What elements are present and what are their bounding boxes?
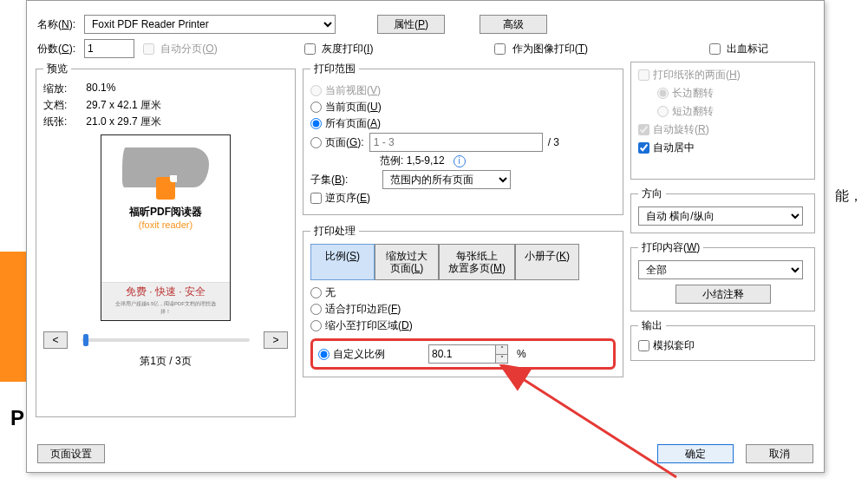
tab-large-pages[interactable]: 缩放过大 页面(L) (375, 244, 439, 280)
ok-button[interactable]: 确定 (657, 444, 734, 463)
info-icon[interactable]: i (454, 155, 466, 167)
all-pages-radio[interactable]: 所有页面(A) (310, 116, 381, 131)
thumb-subtitle: (foxit reader) (114, 220, 217, 230)
background-stripe (0, 252, 26, 382)
collate-check: 自动分页(O) (143, 42, 218, 56)
print-as-image-check[interactable]: 作为图像打印(T) (494, 42, 588, 56)
pages-input[interactable] (369, 133, 543, 152)
simulate-overprint-check[interactable]: 模拟套印 (638, 339, 695, 351)
auto-center-check[interactable]: 自动居中 (638, 141, 807, 155)
print-content-legend: 打印内容(W) (638, 240, 703, 255)
preview-thumbnail: 福昕PDF阅读器 (foxit reader) 免费 · 快速 · 安全 全球用… (101, 134, 231, 321)
thumb-title: 福昕PDF阅读器 (114, 205, 217, 220)
copies-input[interactable] (84, 39, 134, 58)
background-text: 能， (835, 187, 863, 206)
pages-total: / 3 (548, 136, 559, 148)
properties-button[interactable]: 属性(P) (377, 15, 445, 34)
zoom-value: 80.1% (86, 82, 115, 96)
scale-fit-radio[interactable]: 适合打印边距(F) (310, 302, 401, 317)
orientation-select[interactable]: 自动 横向/纵向 (638, 206, 803, 226)
print-handling-group: 打印处理 比例(S) 缩放过大 页面(L) 每张纸上 放置多页(M) 小册子(K… (303, 224, 623, 377)
short-edge-radio: 短边翻转 (657, 104, 807, 119)
thumb-footer-2: 全球用户超越6.5亿，阅读PDF文档的理想选择！ (111, 301, 220, 316)
print-dialog: 名称(N): Foxit PDF Reader Printer 属性(P) 高级… (26, 0, 825, 473)
copies-label: 份数(C): (37, 42, 75, 56)
cancel-button[interactable]: 取消 (746, 444, 813, 463)
spin-down[interactable]: ˅ (495, 355, 507, 364)
thumb-footer-1: 免费 · 快速 · 安全 (126, 285, 206, 298)
print-range-legend: 打印范围 (310, 62, 359, 76)
auto-rotate-check: 自动旋转(R) (638, 122, 807, 137)
print-content-group: 打印内容(W) 全部 小结注释 (630, 240, 815, 311)
printer-name-row: 名称(N): Foxit PDF Reader Printer 属性(P) 高级 (37, 15, 813, 34)
orientation-legend: 方向 (638, 187, 666, 201)
copies-row: 份数(C): 自动分页(O) 灰度打印(I) 作为图像打印(T) 出血标记 (37, 39, 813, 58)
current-view-radio: 当前视图(V) (310, 83, 381, 98)
page-setup-button[interactable]: 页面设置 (37, 444, 105, 463)
reverse-order-check[interactable]: 逆页序(E) (310, 191, 370, 206)
page-slider[interactable] (82, 338, 250, 342)
custom-scale-highlight: 自定义比例 ˄˅ % (310, 338, 616, 370)
paper-size-label: 纸张: (43, 115, 67, 129)
next-page-button[interactable]: > (264, 331, 288, 349)
tab-multiple-per-sheet[interactable]: 每张纸上 放置多页(M) (439, 244, 515, 280)
preview-group: 预览 缩放:80.1% 文档:29.7 x 42.1 厘米 纸张:21.0 x … (36, 62, 296, 417)
advanced-button[interactable]: 高级 (480, 15, 547, 34)
subset-select[interactable]: 范围内的所有页面 (382, 170, 511, 189)
duplex-group: 打印纸张的两面(H) 长边翻转 短边翻转 自动旋转(R) 自动居中 (630, 62, 815, 180)
scale-custom-radio[interactable]: 自定义比例 (318, 347, 385, 362)
tab-booklet[interactable]: 小册子(K) (515, 244, 579, 280)
pages-example: 范例: 1,5-9,12 (380, 154, 445, 168)
background-letter: P (10, 406, 24, 430)
doc-size-value: 29.7 x 42.1 厘米 (86, 98, 161, 113)
print-range-group: 打印范围 当前视图(V) 当前页面(U) 所有页面(A) 页面(G): / 3 … (303, 62, 623, 215)
spin-up[interactable]: ˄ (495, 345, 507, 355)
tab-scale[interactable]: 比例(S) (310, 244, 375, 280)
preview-legend: 预览 (43, 62, 71, 76)
output-group: 输出 模拟套印 (630, 318, 815, 361)
scale-none-radio[interactable]: 无 (310, 285, 336, 300)
pages-radio[interactable]: 页面(G): (310, 135, 364, 150)
printer-select[interactable]: Foxit PDF Reader Printer (84, 15, 336, 34)
print-handling-legend: 打印处理 (310, 224, 359, 239)
current-page-radio[interactable]: 当前页面(U) (310, 100, 382, 115)
output-legend: 输出 (638, 318, 666, 333)
print-content-select[interactable]: 全部 (638, 260, 803, 279)
pdf-icon (156, 177, 175, 200)
long-edge-radio: 长边翻转 (657, 86, 807, 101)
page-indicator: 第1页 / 3页 (43, 354, 288, 369)
summarize-comments-button[interactable]: 小结注释 (675, 285, 771, 304)
orientation-group: 方向 自动 横向/纵向 (630, 187, 815, 233)
duplex-check: 打印纸张的两面(H) (638, 68, 807, 82)
zoom-label: 缩放: (43, 82, 67, 96)
bleed-mark-check[interactable]: 出血标记 (709, 42, 768, 56)
grayscale-check[interactable]: 灰度打印(I) (304, 42, 374, 56)
paper-size-value: 21.0 x 29.7 厘米 (86, 115, 161, 129)
printer-name-label: 名称(N): (37, 17, 75, 32)
percent-label: % (517, 348, 526, 360)
doc-size-label: 文档: (43, 98, 67, 113)
subset-label: 子集(B): (310, 173, 348, 187)
scale-shrink-radio[interactable]: 缩小至打印区域(D) (310, 318, 413, 333)
prev-page-button[interactable]: < (43, 331, 68, 349)
